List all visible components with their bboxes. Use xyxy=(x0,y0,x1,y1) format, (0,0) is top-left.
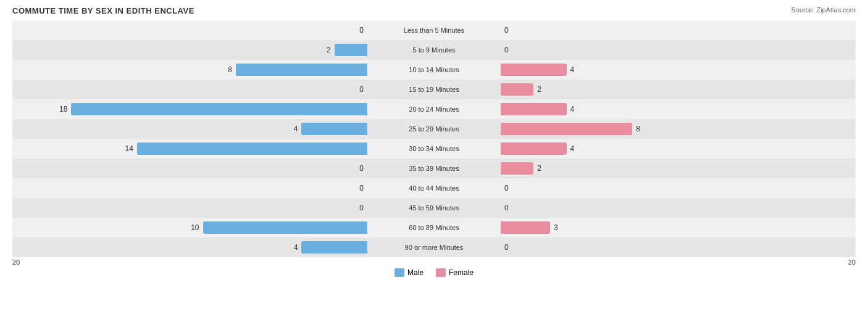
right-value-cell: 0 xyxy=(496,202,856,214)
female-value: 0 xyxy=(504,243,517,252)
chart-row: 10 60 to 89 Minutes 3 xyxy=(12,218,856,237)
chart-row: 4 25 to 29 Minutes 8 xyxy=(12,119,856,139)
left-value-cell: 0 xyxy=(12,182,372,194)
female-value: 2 xyxy=(537,85,549,94)
left-value-cell: 18 xyxy=(12,103,372,115)
right-value-cell: 0 xyxy=(496,241,856,254)
chart-row: 2 5 to 9 Minutes 0 xyxy=(12,40,856,60)
right-value-cell: 2 xyxy=(496,162,856,175)
left-value-cell: 0 xyxy=(12,162,372,175)
center-label-cell: 60 to 89 Minutes xyxy=(372,224,496,231)
right-value-cell: 4 xyxy=(496,103,856,115)
center-label-cell: 15 to 19 Minutes xyxy=(372,86,496,93)
legend-female: Female xyxy=(436,268,474,277)
male-label: Male xyxy=(407,268,424,277)
female-value: 2 xyxy=(537,164,549,173)
female-value: 0 xyxy=(504,26,517,35)
chart-rows-area: 0 Less than 5 Minutes 0 2 5 to 9 Minutes… xyxy=(12,20,856,257)
male-value: 0 xyxy=(351,184,364,192)
center-label-cell: 35 to 39 Minutes xyxy=(372,165,496,172)
chart-row: 0 Less than 5 Minutes 0 xyxy=(12,20,856,40)
chart-row: 0 40 to 44 Minutes 0 xyxy=(12,178,856,198)
legend-male: Male xyxy=(394,268,424,277)
left-value-cell: 0 xyxy=(12,24,372,36)
chart-row: 0 35 to 39 Minutes 2 xyxy=(12,159,856,178)
female-bar xyxy=(501,64,567,76)
female-value: 0 xyxy=(504,184,517,192)
male-value: 2 xyxy=(319,46,331,54)
female-bar xyxy=(501,162,533,175)
male-value: 0 xyxy=(351,26,364,35)
right-value-cell: 2 xyxy=(496,83,856,96)
chart-row: 0 15 to 19 Minutes 2 xyxy=(12,80,856,99)
female-value: 4 xyxy=(570,144,583,153)
center-label-cell: 25 to 29 Minutes xyxy=(372,125,496,133)
male-value: 0 xyxy=(351,85,364,94)
left-value-cell: 10 xyxy=(12,221,372,234)
right-value-cell: 8 xyxy=(496,123,856,135)
female-value: 0 xyxy=(504,204,517,212)
male-swatch xyxy=(394,268,404,277)
left-value-cell: 0 xyxy=(12,83,372,96)
male-bar xyxy=(301,241,367,254)
female-label: Female xyxy=(449,268,474,277)
male-value: 10 xyxy=(187,223,199,232)
center-label-cell: Less than 5 Minutes xyxy=(372,27,496,34)
female-bar xyxy=(501,123,632,135)
male-bar xyxy=(203,221,368,234)
center-label-cell: 45 to 59 Minutes xyxy=(372,204,496,212)
right-value-cell: 0 xyxy=(496,182,856,194)
male-bar xyxy=(301,123,367,135)
male-value: 0 xyxy=(351,164,364,173)
female-bar xyxy=(501,142,567,155)
center-label-cell: 90 or more Minutes xyxy=(372,244,496,251)
left-value-cell: 4 xyxy=(12,123,372,135)
male-value: 4 xyxy=(285,243,298,252)
left-value-cell: 4 xyxy=(12,241,372,254)
center-label-cell: 10 to 14 Minutes xyxy=(372,66,496,73)
axis-bottom: 20 20 xyxy=(12,258,856,266)
axis-right-label: 20 xyxy=(848,258,856,266)
left-value-cell: 2 xyxy=(12,44,372,56)
right-value-cell: 4 xyxy=(496,64,856,76)
chart-row: 8 10 to 14 Minutes 4 xyxy=(12,60,856,80)
female-bar xyxy=(501,103,567,115)
center-label-cell: 40 to 44 Minutes xyxy=(372,184,496,192)
chart-row: 0 45 to 59 Minutes 0 xyxy=(12,198,856,218)
legend: Male Female xyxy=(12,268,856,277)
female-value: 4 xyxy=(570,65,583,74)
male-value: 8 xyxy=(220,65,232,74)
left-value-cell: 14 xyxy=(12,142,372,155)
female-value: 3 xyxy=(554,223,566,232)
female-value: 4 xyxy=(570,105,583,114)
male-value: 14 xyxy=(121,144,133,153)
male-bar xyxy=(335,44,367,56)
male-value: 18 xyxy=(55,105,67,114)
chart-row: 18 20 to 24 Minutes 4 xyxy=(12,99,856,119)
female-value: 0 xyxy=(504,46,517,54)
chart-row: 4 90 or more Minutes 0 xyxy=(12,237,856,257)
chart-container: COMMUTE TIME BY SEX IN EDITH ENCLAVE Sou… xyxy=(0,0,868,322)
male-bar xyxy=(71,103,367,115)
source-text: Source: ZipAtlas.com xyxy=(791,6,856,14)
left-value-cell: 0 xyxy=(12,202,372,214)
male-bar xyxy=(137,142,367,155)
female-swatch xyxy=(436,268,446,277)
center-label-cell: 30 to 34 Minutes xyxy=(372,145,496,152)
male-value: 0 xyxy=(351,204,364,212)
female-value: 8 xyxy=(636,125,648,133)
female-bar xyxy=(501,83,533,96)
right-value-cell: 4 xyxy=(496,142,856,155)
center-label-cell: 5 to 9 Minutes xyxy=(372,46,496,54)
chart-title: COMMUTE TIME BY SEX IN EDITH ENCLAVE xyxy=(12,6,856,15)
male-bar xyxy=(236,64,367,76)
chart-row: 14 30 to 34 Minutes 4 xyxy=(12,139,856,159)
right-value-cell: 3 xyxy=(496,221,856,234)
right-value-cell: 0 xyxy=(496,44,856,56)
left-value-cell: 8 xyxy=(12,64,372,76)
center-label-cell: 20 to 24 Minutes xyxy=(372,105,496,113)
male-value: 4 xyxy=(285,125,298,133)
female-bar xyxy=(501,221,550,234)
axis-left-label: 20 xyxy=(12,258,20,266)
right-value-cell: 0 xyxy=(496,24,856,36)
